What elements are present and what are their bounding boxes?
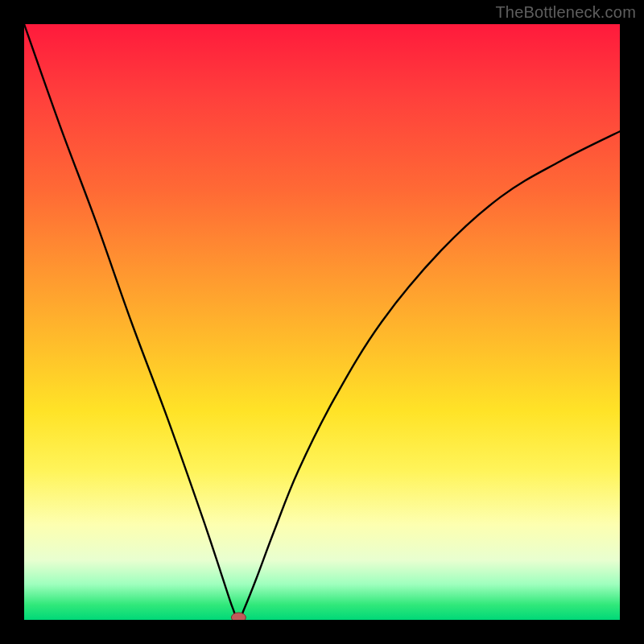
min-marker: [231, 613, 246, 620]
curve-svg: [24, 24, 620, 620]
bottleneck-curve: [24, 24, 620, 620]
plot-area: [24, 24, 620, 620]
watermark-text: TheBottleneck.com: [495, 3, 636, 22]
chart-frame: TheBottleneck.com: [0, 0, 644, 644]
